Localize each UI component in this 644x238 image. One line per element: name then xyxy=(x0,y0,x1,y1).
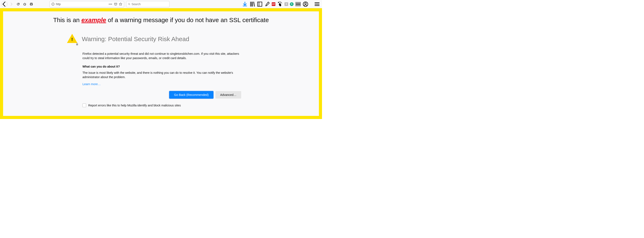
svg-point-4 xyxy=(53,3,53,4)
svg-rect-7 xyxy=(258,2,262,6)
print-button[interactable] xyxy=(28,1,34,7)
warning-description: Firefox detected a potential security th… xyxy=(82,52,241,60)
library-icon[interactable] xyxy=(250,1,255,7)
banner-prefix: This is an xyxy=(53,17,82,23)
reload-button[interactable] xyxy=(15,1,21,7)
banner-suffix: of a warning message if you do not have … xyxy=(106,17,269,23)
svg-rect-2 xyxy=(30,4,32,5)
search-icon xyxy=(128,3,130,6)
arrow-left-icon xyxy=(2,1,7,7)
warning-subheading: What can you do about it? xyxy=(82,65,241,68)
gnome-foot-icon[interactable] xyxy=(277,1,283,7)
report-checkbox[interactable] xyxy=(82,103,86,107)
svg-rect-5 xyxy=(53,4,53,5)
warning-button-row: Go Back (Recommended) Advanced… xyxy=(82,91,241,98)
search-bar[interactable] xyxy=(126,1,170,7)
home-button[interactable] xyxy=(22,1,28,7)
page-highlight-border: This is an example of a warning message … xyxy=(0,8,322,119)
adblock-icon[interactable]: ABP xyxy=(272,2,276,6)
info-icon[interactable] xyxy=(51,3,55,6)
svg-point-11 xyxy=(281,2,282,3)
arrow-right-icon xyxy=(10,3,13,6)
home-icon xyxy=(23,3,26,6)
print-icon xyxy=(30,3,33,6)
warning-advice: The issue is most likely with the websit… xyxy=(82,71,241,79)
advanced-button[interactable]: Advanced… xyxy=(216,91,241,98)
grid-icon[interactable] xyxy=(295,1,301,7)
extension-icon[interactable]: it xyxy=(284,2,288,6)
warning-triangle-icon: ! xyxy=(67,34,77,44)
url-input[interactable] xyxy=(56,3,108,6)
bookmark-star-icon[interactable] xyxy=(119,3,122,6)
svg-point-9 xyxy=(278,2,279,3)
downloads-icon[interactable] xyxy=(242,1,248,7)
learn-more-link[interactable]: Learn more… xyxy=(82,82,101,86)
browser-toolbar: ••• ABP it G xyxy=(0,0,322,8)
eyedropper-icon[interactable] xyxy=(264,1,270,7)
url-bar[interactable]: ••• xyxy=(50,1,124,7)
svg-point-10 xyxy=(280,2,280,2)
svg-point-12 xyxy=(282,3,282,3)
back-button[interactable] xyxy=(1,1,8,7)
warning-title: Warning: Potential Security Risk Ahead xyxy=(82,36,189,43)
grammarly-icon[interactable]: G xyxy=(290,2,294,6)
search-input[interactable] xyxy=(132,3,168,6)
svg-point-14 xyxy=(305,3,306,4)
page-actions-icon[interactable]: ••• xyxy=(109,3,112,6)
report-label: Report errors like this to help Mozilla … xyxy=(88,104,181,107)
lock-icon xyxy=(76,43,78,45)
reload-icon xyxy=(16,3,20,6)
report-errors-row: Report errors like this to help Mozilla … xyxy=(82,103,241,107)
example-banner: This is an example of a warning message … xyxy=(3,17,319,24)
banner-emphasis: example xyxy=(82,17,106,23)
svg-rect-15 xyxy=(76,44,78,45)
pocket-icon[interactable] xyxy=(114,3,117,6)
go-back-button[interactable]: Go Back (Recommended) xyxy=(169,91,213,98)
sidebar-icon[interactable] xyxy=(257,1,263,7)
forward-button[interactable] xyxy=(8,1,14,7)
hamburger-menu-icon[interactable] xyxy=(314,1,320,7)
account-icon[interactable] xyxy=(302,1,308,7)
page-content: This is an example of a warning message … xyxy=(3,11,319,116)
security-warning-card: ! Warning: Potential Security Risk Ahead… xyxy=(67,34,242,107)
